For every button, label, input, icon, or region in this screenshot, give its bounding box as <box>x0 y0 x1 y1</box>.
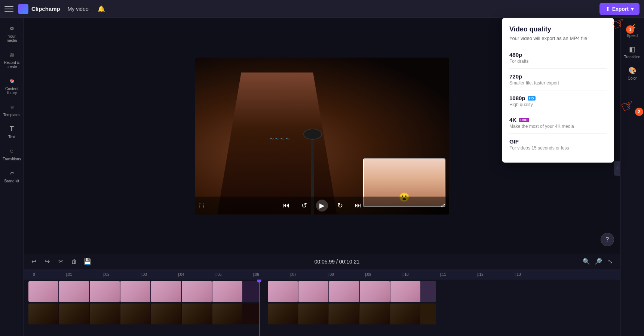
ruler-mark-02: |:02 <box>103 272 110 277</box>
sidebar-item-text-label: Text <box>8 135 15 139</box>
sidebar-item-record-create-label: Record & create <box>3 61 21 69</box>
sidebar-item-content-library-label: Content library <box>3 87 21 95</box>
delete-button[interactable]: 🗑 <box>69 256 79 267</box>
playhead[interactable] <box>259 280 260 336</box>
logo: Clipchamp <box>18 4 60 14</box>
track-thumb-3 <box>90 281 120 302</box>
quality-option-1080p[interactable]: 1080p HD High quality <box>509 90 607 112</box>
sidebar-item-text[interactable]: T Text <box>1 121 22 142</box>
zoom-in-button[interactable]: 🔎 <box>593 256 604 267</box>
quality-option-4k[interactable]: 4K UHD Make the most of your 4K media <box>509 112 607 134</box>
ruler-mark-13: |:13 <box>515 272 521 277</box>
color-label: Color <box>628 76 637 80</box>
current-time: 00:05.99 <box>315 259 335 265</box>
export-button[interactable]: ⬆ Export ▾ <box>599 3 640 15</box>
quality-name-720p: 720p <box>509 73 607 80</box>
expand-button[interactable]: ⤢ <box>441 202 445 209</box>
transitions-icon: ⬡ <box>7 147 16 155</box>
notification-icon[interactable]: 🔔 <box>96 4 107 14</box>
sidebar-item-transitions-label: Transitions <box>3 157 21 161</box>
video-title[interactable]: My video <box>65 4 92 13</box>
right-panel: ⚡ Speed ◧ Transition 🎨 Color <box>620 18 644 336</box>
export-upload-icon: ⬆ <box>605 6 610 12</box>
speed-label: Speed <box>627 34 638 38</box>
sidebar-item-your-media[interactable]: 🖼 Your media <box>1 21 22 46</box>
save-button[interactable]: 💾 <box>82 256 93 267</box>
track-thumb-4 <box>120 281 150 302</box>
total-time: 00:10.21 <box>339 259 360 265</box>
topbar-left: Clipchamp My video 🔔 <box>4 4 107 14</box>
track-2-left[interactable] <box>28 303 260 324</box>
redo-button[interactable]: ↪ <box>42 256 52 267</box>
quality-name-480p: 480p <box>509 52 607 58</box>
fit-button[interactable]: ⤡ <box>605 256 616 267</box>
track-thumb-r1 <box>268 281 298 302</box>
screenshot-button[interactable]: ⬚ <box>199 202 204 209</box>
undo-button[interactable]: ↩ <box>28 256 39 267</box>
right-panel-transition[interactable]: ◧ Transition <box>622 42 643 62</box>
quality-desc-gif: For videos 15 seconds or less <box>509 145 607 151</box>
help-button[interactable]: ? <box>601 233 614 246</box>
quality-option-720p[interactable]: 720p Smaller file, faster export <box>509 69 607 90</box>
skip-back-button[interactable]: ⏮ <box>280 200 292 212</box>
track-thumb-d6 <box>182 303 212 324</box>
hd-badge: HD <box>528 96 536 101</box>
track-row-1 <box>28 281 616 302</box>
quality-name-1080p: 1080p HD <box>509 95 607 101</box>
zoom-out-button[interactable]: 🔍 <box>581 256 592 267</box>
quality-desc-720p: Smaller file, faster export <box>509 80 607 86</box>
quality-name-4k: 4K UHD <box>509 117 607 123</box>
quality-dropdown-title: Video quality <box>509 25 607 33</box>
sidebar-item-templates-label: Templates <box>3 113 21 117</box>
play-button[interactable]: ▶ <box>316 200 328 212</box>
track-thumb-dr5 <box>390 303 420 324</box>
sidebar-item-content-library[interactable]: 📚 Content library <box>1 73 22 98</box>
skip-forward-button[interactable]: ⏭ <box>352 200 364 212</box>
topbar: Clipchamp My video 🔔 ⬆ Export ▾ <box>0 0 644 18</box>
ruler-mark-04: |:04 <box>178 272 184 277</box>
track-2-right[interactable] <box>268 303 436 324</box>
quality-name-gif: GIF <box>509 138 607 145</box>
track-thumb-d4 <box>120 303 150 324</box>
quality-dropdown-subtitle: Your video will export as an MP4 file <box>509 36 607 41</box>
sidebar-item-transitions[interactable]: ⬡ Transitions <box>1 144 22 164</box>
track-thumb-d7 <box>212 303 242 324</box>
content-library-icon: 📚 <box>7 76 16 85</box>
timeline-area: ↩ ↪ ✂ 🗑 💾 00:05.99 / 00:10.21 🔍 🔎 ⤡ <box>24 254 620 336</box>
help-icon: ? <box>605 236 609 243</box>
track-1-left[interactable] <box>28 281 260 302</box>
hamburger-menu[interactable] <box>4 4 13 13</box>
quality-option-gif[interactable]: GIF For videos 15 seconds or less <box>509 134 607 155</box>
quality-option-480p[interactable]: 480p For drafts <box>509 47 607 69</box>
sidebar-item-templates[interactable]: ⊞ Templates <box>1 99 22 120</box>
track-thumb-5 <box>151 281 181 302</box>
sidebar-item-brand-kit[interactable]: 🏷 Brand kit <box>1 166 22 186</box>
sidebar-item-record-create[interactable]: 🎥 Record & create <box>1 47 22 72</box>
track-row-2 <box>28 303 616 324</box>
time-separator: / <box>336 259 339 265</box>
timeline-ruler: 0 |:01 |:02 |:03 |:04 |:05 |:06 |:07 |:0… <box>24 269 620 280</box>
sidebar: 🖼 Your media 🎥 Record & create 📚 Content… <box>0 18 24 336</box>
microphone <box>303 129 322 140</box>
topbar-right: ⬆ Export ▾ <box>599 3 640 15</box>
track-thumb-r5 <box>390 281 420 302</box>
cut-button[interactable]: ✂ <box>55 256 66 267</box>
right-panel-color[interactable]: 🎨 Color <box>622 64 643 83</box>
track-thumb-dr2 <box>298 303 328 324</box>
logo-icon <box>18 4 28 14</box>
timeline-time: 00:05.99 / 00:10.21 <box>315 259 360 265</box>
ruler-mark-05: |:05 <box>215 272 222 277</box>
rewind-button[interactable]: ↺ <box>298 200 310 212</box>
brand-kit-icon: 🏷 <box>7 169 16 178</box>
sidebar-item-brand-kit-label: Brand kit <box>4 179 19 183</box>
track-1-right[interactable] <box>268 281 436 302</box>
transition-panel-icon: ◧ <box>629 45 635 53</box>
panel-expand-toggle[interactable]: ‹ <box>614 161 620 176</box>
track-thumb-d3 <box>90 303 120 324</box>
track-thumb-r4 <box>360 281 390 302</box>
ruler-mark-03: |:03 <box>141 272 147 277</box>
forward-button[interactable]: ↻ <box>334 200 346 212</box>
track-thumb-r2 <box>298 281 328 302</box>
ruler-mark-01: |:01 <box>66 272 72 277</box>
track-thumb-r3 <box>329 281 359 302</box>
